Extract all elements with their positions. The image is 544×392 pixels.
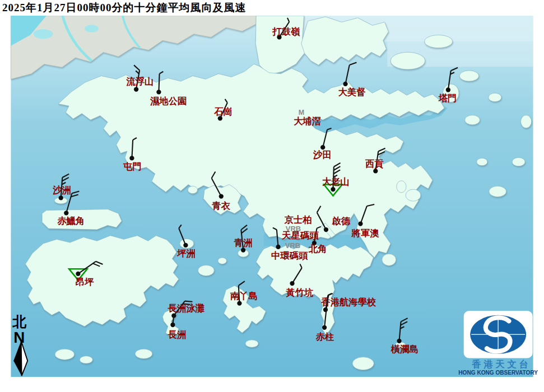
- station-label: 打鼓嶺: [272, 26, 300, 37]
- ne-island-3: [459, 71, 479, 81]
- missing-data-label: M: [299, 109, 304, 116]
- ne-island-4: [489, 93, 501, 101]
- station-dot: [237, 301, 241, 305]
- station-dot: [358, 221, 362, 226]
- station-label: 青洲: [234, 237, 253, 248]
- hko-wind-map-page: { "title": "2025年1月27日00時00分的十分鐘平均風向及風速"…: [0, 0, 544, 392]
- station-label: 青衣: [211, 200, 230, 211]
- station-dot: [343, 82, 347, 86]
- station-dot: [76, 272, 80, 276]
- station-dot: [241, 248, 245, 252]
- station-label: 流浮山: [125, 76, 154, 87]
- station-dot: [323, 307, 328, 312]
- station-label: 沙洲: [52, 185, 71, 195]
- east-islet-3: [521, 115, 532, 128]
- station-dot: [219, 194, 224, 198]
- po-toi-island: [352, 357, 374, 370]
- station-dot: [156, 90, 161, 94]
- station-label: 屯門: [123, 161, 142, 172]
- station-label: 大美督: [338, 87, 366, 97]
- station-dot: [170, 323, 175, 327]
- hong-kong-wind-map: 流浮山濕地公園打鼓嶺石崗大美督塔門大埔滘M沙田西貢大老山屯門沙洲赤鱲角青衣青洲坪…: [0, 16, 544, 392]
- station-dot: [397, 339, 401, 343]
- east-islet-2: [512, 157, 525, 166]
- title-bar: 2025年1月27日00時00分的十分鐘平均風向及風速: [0, 0, 544, 16]
- east-islet-4: [477, 158, 487, 165]
- station-label: 長洲: [168, 329, 187, 340]
- station-dot: [276, 245, 280, 249]
- sai-kung-islet-1: [397, 181, 406, 193]
- ma-wan-island: [188, 186, 197, 193]
- north-letter-label: N: [13, 329, 25, 346]
- station-dot: [373, 169, 378, 173]
- map-title: 2025年1月27日00時00分的十分鐘平均風向及風速: [0, 1, 247, 15]
- station-label: 啟德: [332, 216, 351, 226]
- station-label: 黃竹坑: [285, 287, 313, 298]
- station-dot: [64, 211, 68, 215]
- station-dot: [183, 243, 188, 248]
- east-islet-1: [489, 186, 506, 197]
- station-label: 南丫島: [230, 291, 258, 301]
- station-label: 沙田: [313, 150, 332, 160]
- south-islet: [245, 340, 258, 347]
- hei-ling-chau-island: [198, 265, 215, 276]
- station-label: 塔門: [438, 93, 457, 104]
- station-label: 天星碼頭: [281, 230, 319, 241]
- soko-island-2: [80, 356, 92, 363]
- shek-kwu-chau-island: [135, 349, 152, 358]
- station-dot: [324, 227, 328, 232]
- kau-yi-chau-island: [218, 258, 226, 264]
- station-dot: [446, 87, 450, 92]
- north-hanzi-label: 北: [12, 314, 27, 329]
- station-dot: [322, 325, 327, 330]
- station-label: 大老山: [322, 176, 350, 187]
- sai-kung-islet-2: [406, 189, 421, 201]
- station-dot: [331, 187, 335, 192]
- station-label: 長洲泳灘: [168, 303, 204, 314]
- logo-chinese-label: 香港天文台: [471, 359, 531, 370]
- port-islet: [465, 115, 480, 125]
- station-label: 京士柏: [284, 214, 312, 225]
- station-label: 石崗: [213, 106, 233, 117]
- station-label: 北角: [308, 244, 327, 254]
- ne-island-1: [390, 52, 425, 69]
- station-label: 橫瀾島: [390, 344, 419, 354]
- station-dot: [290, 281, 294, 286]
- station-label: 赤鱲角: [57, 216, 85, 226]
- station-dot: [134, 87, 138, 91]
- station-dot: [59, 195, 63, 200]
- tung-lung-island: [382, 254, 396, 265]
- station-dot: [320, 145, 325, 150]
- station-label: 赤柱: [315, 332, 334, 342]
- station-label: 將軍澳: [351, 228, 380, 239]
- station-label: 昂坪: [76, 277, 94, 287]
- station-label: 坪洲: [176, 248, 196, 259]
- station-dot: [129, 156, 134, 160]
- station-label: 濕地公園: [150, 96, 187, 106]
- station-label: 中環碼頭: [271, 250, 308, 261]
- variable-wind-label: VRB: [285, 241, 300, 250]
- ne-island-2: [425, 35, 453, 48]
- station-label: 西貢: [365, 158, 384, 169]
- soko-island-1: [55, 349, 75, 360]
- station-label: 香港航海學校: [320, 297, 376, 307]
- logo-english-label: HONG KONG OBSERVATORY: [458, 370, 538, 376]
- station-label: 大埔滘: [294, 116, 322, 127]
